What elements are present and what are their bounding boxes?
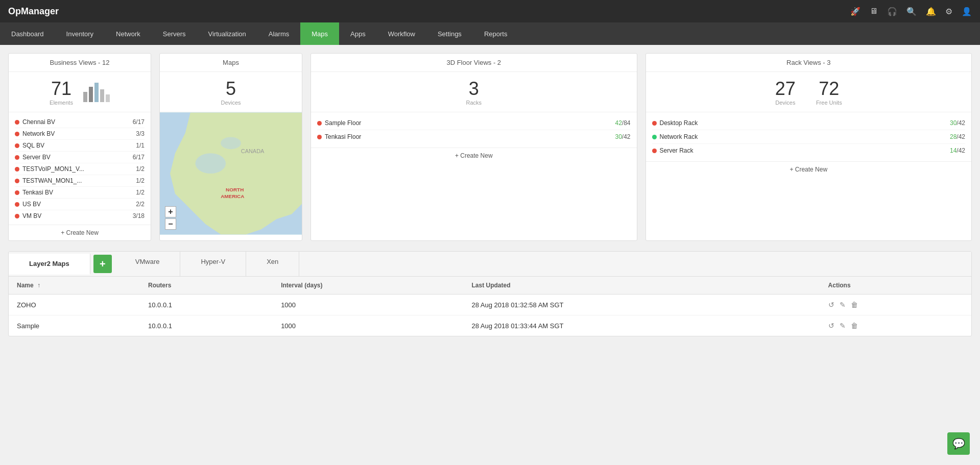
map-controls: + − bbox=[165, 206, 176, 230]
zoom-in-button[interactable]: + bbox=[165, 206, 176, 217]
delete-icon[interactable]: 🗑 bbox=[851, 322, 858, 330]
list-item[interactable]: Tenkasi BV 1/2 bbox=[15, 187, 145, 199]
screen-icon[interactable]: 🖥 bbox=[870, 7, 878, 16]
nav-reports[interactable]: Reports bbox=[473, 22, 519, 45]
floor-racks-label: Racks bbox=[317, 100, 631, 106]
nav-virtualization[interactable]: Virtualization bbox=[197, 22, 257, 45]
tab-xen[interactable]: Xen bbox=[246, 252, 299, 276]
floor-list: Sample Floor 42/84 Tenkasi Floor 30/42 bbox=[311, 112, 637, 148]
topbar-icons: 🚀 🖥 🎧 🔍 🔔 ⚙ 👤 bbox=[850, 7, 972, 16]
bell-icon[interactable]: 🔔 bbox=[926, 7, 936, 16]
nav-alarms[interactable]: Alarms bbox=[257, 22, 300, 45]
status-dot bbox=[317, 135, 322, 139]
bv-create-new[interactable]: + Create New bbox=[9, 225, 151, 240]
col-name: Name ↑ bbox=[9, 277, 140, 295]
nav-workflow[interactable]: Workflow bbox=[377, 22, 426, 45]
rack-create-new[interactable]: + Create New bbox=[646, 161, 972, 177]
nav-network[interactable]: Network bbox=[105, 22, 152, 45]
list-item[interactable]: Network Rack 28/42 bbox=[652, 130, 966, 144]
list-item[interactable]: Sample Floor 42/84 bbox=[317, 116, 631, 130]
rack-title: Rack Views - 3 bbox=[646, 54, 972, 72]
col-interval: Interval (days) bbox=[273, 277, 463, 295]
list-item[interactable]: VM BV 3/18 bbox=[15, 210, 145, 222]
list-item[interactable]: Server Rack 14/42 bbox=[652, 144, 966, 157]
map-placeholder[interactable]: CANADA NORTH AMERICA + − bbox=[160, 112, 302, 235]
floor-title: 3D Floor Views - 2 bbox=[311, 54, 637, 72]
nav-apps[interactable]: Apps bbox=[339, 22, 377, 45]
list-item[interactable]: Desktop Rack 30/42 bbox=[652, 116, 966, 130]
row-actions: ↺ ✎ 🗑 bbox=[820, 315, 971, 336]
map-svg: CANADA NORTH AMERICA bbox=[160, 112, 302, 235]
svg-text:NORTH: NORTH bbox=[226, 187, 244, 192]
header-row: Name ↑ Routers Interval (days) Last Upda… bbox=[9, 277, 971, 295]
bv-bar-4 bbox=[100, 89, 104, 102]
edit-icon[interactable]: ✎ bbox=[840, 322, 846, 330]
list-item[interactable]: Chennai BV 6/17 bbox=[15, 116, 145, 128]
refresh-icon[interactable]: ↺ bbox=[828, 322, 834, 330]
status-dot bbox=[15, 202, 19, 207]
row-name: ZOHO bbox=[9, 295, 140, 315]
zoom-out-button[interactable]: − bbox=[165, 218, 176, 230]
search-icon[interactable]: 🔍 bbox=[906, 7, 917, 16]
row-interval: 1000 bbox=[273, 315, 463, 336]
navbar: Dashboard Inventory Network Servers Virt… bbox=[0, 22, 980, 45]
topbar: OpManager 🚀 🖥 🎧 🔍 🔔 ⚙ 👤 bbox=[0, 0, 980, 22]
delete-icon[interactable]: 🗑 bbox=[851, 301, 858, 309]
status-dot bbox=[15, 167, 19, 172]
tab-layer2-row: Layer2 Maps + bbox=[9, 252, 115, 276]
headset-icon[interactable]: 🎧 bbox=[887, 7, 897, 16]
rack-free-units-label: Free Units bbox=[816, 100, 842, 106]
action-icons: ↺ ✎ 🗑 bbox=[828, 301, 963, 309]
table-row: Sample 10.0.0.1 1000 28 Aug 2018 01:33:4… bbox=[9, 315, 971, 336]
rack-views-card: Rack Views - 3 27 Devices 72 Free Units … bbox=[646, 53, 972, 241]
app-title: OpManager bbox=[8, 6, 59, 17]
business-views-card: Business Views - 12 71 Elements Chennai … bbox=[8, 53, 151, 241]
bottom-section: Layer2 Maps + VMware Hyper-V Xen Name ↑ … bbox=[8, 251, 972, 336]
rack-free-units: 72 Free Units bbox=[816, 78, 842, 106]
refresh-icon[interactable]: ↺ bbox=[828, 301, 834, 309]
svg-point-6 bbox=[196, 153, 226, 174]
maps-title: Maps bbox=[160, 54, 302, 72]
status-dot bbox=[15, 120, 19, 125]
user-icon[interactable]: 👤 bbox=[962, 7, 972, 16]
list-item[interactable]: TESTWAN_MON1_... 1/2 bbox=[15, 175, 145, 187]
list-item[interactable]: Server BV 6/17 bbox=[15, 152, 145, 163]
list-item[interactable]: SQL BV 1/1 bbox=[15, 140, 145, 152]
nav-inventory[interactable]: Inventory bbox=[55, 22, 105, 45]
bv-elements-count: 71 bbox=[50, 78, 73, 100]
table-body: ZOHO 10.0.0.1 1000 28 Aug 2018 01:32:58 … bbox=[9, 295, 971, 336]
list-item[interactable]: US BV 2/2 bbox=[15, 199, 145, 210]
svg-point-7 bbox=[221, 137, 241, 150]
bv-title: Business Views - 12 bbox=[9, 54, 151, 72]
status-dot bbox=[15, 155, 19, 160]
bv-summary: 71 Elements bbox=[9, 72, 151, 112]
row-interval: 1000 bbox=[273, 295, 463, 315]
status-dot bbox=[15, 143, 19, 148]
rack-summary: 27 Devices 72 Free Units bbox=[646, 72, 972, 112]
sort-arrow-icon[interactable]: ↑ bbox=[37, 282, 40, 289]
action-icons: ↺ ✎ 🗑 bbox=[828, 322, 963, 330]
nav-settings[interactable]: Settings bbox=[426, 22, 473, 45]
list-item[interactable]: Network BV 3/3 bbox=[15, 128, 145, 140]
floor-views-card: 3D Floor Views - 2 3 Racks Sample Floor … bbox=[310, 53, 637, 241]
table-container: Name ↑ Routers Interval (days) Last Upda… bbox=[9, 277, 971, 336]
rocket-icon[interactable]: 🚀 bbox=[850, 7, 861, 16]
floor-create-new[interactable]: + Create New bbox=[311, 148, 637, 163]
tab-add-button[interactable]: + bbox=[93, 255, 112, 273]
tab-layer2-maps[interactable]: Layer2 Maps bbox=[9, 254, 90, 275]
list-item[interactable]: Tenkasi Floor 30/42 bbox=[317, 130, 631, 143]
cards-row: Business Views - 12 71 Elements Chennai … bbox=[8, 53, 972, 241]
rack-devices: 27 Devices bbox=[775, 78, 796, 106]
layer2-maps-table: Name ↑ Routers Interval (days) Last Upda… bbox=[9, 277, 971, 336]
nav-maps[interactable]: Maps bbox=[300, 22, 339, 45]
tab-vmware[interactable]: VMware bbox=[115, 252, 181, 276]
edit-icon[interactable]: ✎ bbox=[840, 301, 846, 309]
status-dot bbox=[652, 121, 657, 126]
tab-hyperv[interactable]: Hyper-V bbox=[180, 252, 246, 276]
nav-dashboard[interactable]: Dashboard bbox=[0, 22, 55, 45]
list-item[interactable]: TESTVoIP_MON1_V... 1/2 bbox=[15, 163, 145, 175]
nav-servers[interactable]: Servers bbox=[152, 22, 197, 45]
gear-icon[interactable]: ⚙ bbox=[945, 7, 952, 16]
status-dot bbox=[15, 214, 19, 218]
status-dot bbox=[652, 135, 657, 139]
